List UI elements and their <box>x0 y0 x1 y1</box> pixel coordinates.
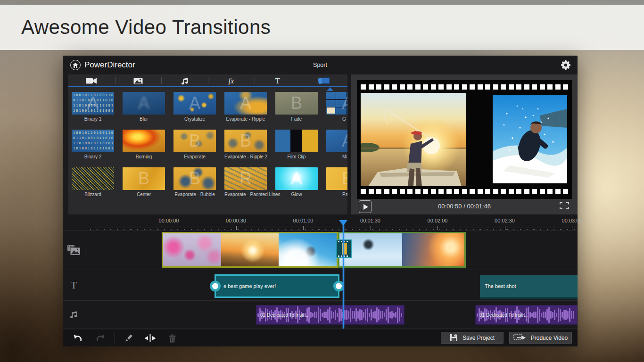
playhead-handle[interactable] <box>339 220 347 226</box>
transition-item[interactable]: G <box>326 92 347 123</box>
save-project-button[interactable]: Save Project <box>441 332 504 344</box>
tab-transitions[interactable] <box>301 74 347 87</box>
tab-effects[interactable]: fx <box>208 74 255 87</box>
banner: Awesome Video Transitions <box>0 5 644 50</box>
transition-item[interactable]: Pag <box>326 167 347 198</box>
ruler-line <box>85 228 578 228</box>
evap-ripple-thumbnail[interactable] <box>224 92 267 115</box>
tab-media[interactable] <box>68 74 115 87</box>
film-hole <box>454 84 459 90</box>
transition-item[interactable]: Film Clip <box>275 130 318 161</box>
film-hole <box>384 84 389 90</box>
transition-item[interactable]: Evaporate - Bubble <box>173 167 216 198</box>
transitions-library-panel: fx T Binary 1BlurCrystalizeEvaporate - R… <box>68 74 347 214</box>
evap-bubble-thumbnail[interactable] <box>173 167 216 190</box>
film-hole <box>454 189 459 194</box>
transition-label: Burning <box>123 154 165 159</box>
transition-item[interactable]: Blizzard <box>72 167 114 198</box>
fullscreen-button[interactable] <box>560 202 569 211</box>
page-partial-thumbnail[interactable] <box>326 167 347 190</box>
transition-item[interactable]: Evaporate - Ripple <box>224 92 267 123</box>
preview-controls: 00:00:50 / 00:01:46 <box>351 199 578 214</box>
music-note-icon <box>181 77 189 85</box>
transition-item[interactable]: Evaporate <box>173 130 216 161</box>
film-hole <box>392 84 397 90</box>
undo-button[interactable] <box>69 330 86 346</box>
tab-music[interactable] <box>161 74 208 87</box>
delete-button[interactable] <box>164 330 181 346</box>
tab-active-underline <box>68 86 347 87</box>
film-hole <box>376 84 381 90</box>
film-hole <box>438 189 444 194</box>
audio-clip-label: 01 Dedicated To Instr... <box>260 305 308 324</box>
timeline: 00:00:0000:00:3000:01:0000:01:3000:02:00… <box>63 214 578 330</box>
transition-item[interactable]: Mi <box>326 130 347 161</box>
audio-clip-2[interactable]: 01 Dedicated To Instr... <box>475 305 578 325</box>
playhead[interactable] <box>343 224 344 329</box>
produce-icon <box>513 334 526 342</box>
fade-thumbnail[interactable] <box>275 92 318 115</box>
film-hole <box>478 189 483 194</box>
text-clip-selected[interactable]: e best game play ever! <box>215 274 339 298</box>
transition-icon <box>318 76 330 85</box>
evap-ripple2-thumbnail[interactable] <box>224 130 267 152</box>
film-hole <box>509 189 514 194</box>
text-clip-label: e best game play ever! <box>223 276 276 296</box>
trim-handle-left[interactable] <box>210 281 221 292</box>
settings-button[interactable] <box>561 60 571 70</box>
couple-sunset-frame <box>402 233 465 266</box>
evap-painted-thumbnail[interactable] <box>224 167 267 190</box>
transition-item[interactable]: Glow <box>275 167 318 198</box>
transition-item[interactable]: Binary 2 <box>72 130 114 161</box>
ruler-tick <box>236 226 237 230</box>
tab-photos[interactable] <box>115 74 162 87</box>
transition-item[interactable]: Binary 1 <box>72 92 114 123</box>
transition-item[interactable]: Center <box>123 167 165 198</box>
film-hole <box>524 84 529 90</box>
home-button[interactable] <box>70 60 81 70</box>
binary2-thumbnail[interactable] <box>72 130 114 152</box>
filmstrip-holes-bottom <box>361 189 568 195</box>
grid-thumbnail[interactable] <box>326 92 347 115</box>
transition-label: G <box>326 116 347 122</box>
transition-label: Center <box>123 192 165 197</box>
evaporate-thumbnail[interactable] <box>173 130 216 152</box>
film-hole <box>392 189 397 194</box>
crystalize-thumbnail[interactable] <box>173 92 216 115</box>
text-clip[interactable]: The best shot <box>480 275 578 299</box>
ruler-label: 00:02:00 <box>428 218 448 223</box>
tab-titles[interactable]: T <box>255 74 301 87</box>
transition-item[interactable]: Evaporate - Ripple 2 <box>224 130 267 161</box>
split-button[interactable] <box>141 330 158 346</box>
video-camera-icon <box>86 77 97 84</box>
filmclip-thumbnail[interactable] <box>275 130 318 152</box>
home-icon <box>73 63 78 68</box>
audio-clip-label: 01 Dedicated To Instr... <box>479 305 528 324</box>
burning-thumbnail[interactable] <box>123 130 165 152</box>
transition-item[interactable]: Blur <box>123 92 165 123</box>
film-hole <box>470 84 475 90</box>
video-clip-2[interactable] <box>338 232 466 268</box>
track-divider <box>63 329 578 329</box>
pencil-icon <box>125 334 133 342</box>
glow-thumbnail[interactable] <box>275 167 318 190</box>
audio-clip-1[interactable]: 01 Dedicated To Instr... <box>256 305 405 325</box>
blizzard-thumbnail[interactable] <box>72 167 114 190</box>
transition-item[interactable]: Fade <box>275 92 318 123</box>
blur-thumbnail[interactable] <box>123 92 165 115</box>
transition-label: Crystalize <box>173 116 216 122</box>
edit-button[interactable] <box>120 330 137 346</box>
binary1-thumbnail[interactable] <box>72 92 114 115</box>
film-hole <box>423 189 428 194</box>
trash-icon <box>168 334 176 343</box>
transition-item[interactable]: Burning <box>123 130 165 161</box>
redo-button[interactable] <box>92 330 109 346</box>
video-clip-1[interactable] <box>162 232 338 268</box>
mirror-partial-thumbnail[interactable] <box>326 130 347 152</box>
center-thumbnail[interactable] <box>123 167 165 190</box>
transition-label: Binary 1 <box>72 116 114 122</box>
film-hole <box>462 84 467 90</box>
transition-item[interactable]: Evaporate - Paonted Lines <box>224 167 267 198</box>
transition-item[interactable]: Crystalize <box>173 92 216 123</box>
produce-video-button[interactable]: Produce Video <box>509 332 572 344</box>
